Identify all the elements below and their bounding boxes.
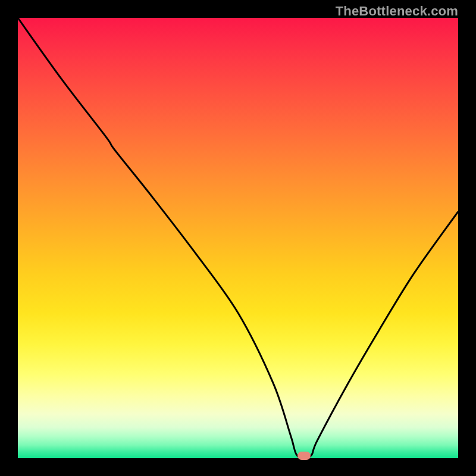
attribution-text: TheBottleneck.com (336, 4, 458, 19)
plot-area (18, 18, 458, 458)
curve-svg (18, 18, 458, 458)
bottleneck-curve (18, 18, 458, 458)
chart-container: TheBottleneck.com (0, 0, 476, 476)
